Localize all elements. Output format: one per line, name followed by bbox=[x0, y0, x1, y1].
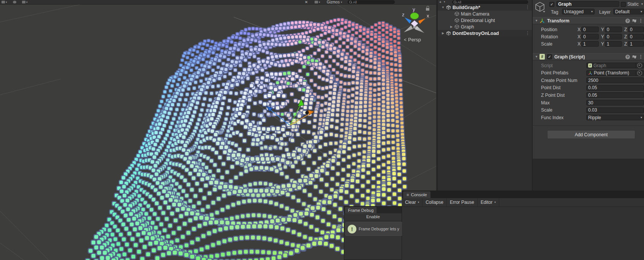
audio-toggle-icon[interactable]: ▾ bbox=[22, 0, 28, 4]
tab-frame-debug[interactable]: Frame Debug bbox=[345, 207, 377, 213]
hierarchy-search-input[interactable]: All bbox=[452, 0, 528, 4]
inspector-panel: ✓ Graph Static ▾ Tag Untagged▾ Layer Def… bbox=[532, 0, 644, 191]
hierarchy-item-buildgraph[interactable]: ▼ BuildGraph*⋮ bbox=[438, 4, 532, 11]
help-icon[interactable]: ? bbox=[625, 55, 630, 59]
expand-arrow-icon[interactable]: ▼ bbox=[441, 6, 445, 9]
tag-dropdown[interactable]: Untagged▾ bbox=[562, 9, 595, 14]
collapse-button[interactable]: Collapse bbox=[422, 198, 447, 206]
field-value: 1 bbox=[630, 41, 633, 47]
icon-caret[interactable] bbox=[543, 11, 545, 13]
expand-arrow-icon[interactable]: ▶ bbox=[441, 32, 445, 35]
transform-header[interactable]: ▼ Transform ? ⋮ bbox=[533, 17, 644, 24]
axis-x-handle[interactable] bbox=[418, 18, 426, 24]
transform-row-position: PositionX0Y0Z0 bbox=[533, 26, 644, 33]
scene-search-input[interactable]: All bbox=[348, 0, 395, 4]
scene-options-kebab-icon[interactable]: ⋮ bbox=[525, 5, 530, 10]
graph-script-header[interactable]: ▼ # ✓ Graph (Script) ? ⋮ bbox=[533, 53, 644, 60]
field-label: Max bbox=[541, 100, 550, 106]
clear-button[interactable]: Clear▾ bbox=[402, 198, 422, 206]
console-log-area[interactable] bbox=[402, 207, 644, 260]
axis-x-label: X bbox=[578, 27, 581, 32]
info-icon: ! bbox=[348, 225, 356, 233]
layer-label: Layer bbox=[599, 9, 611, 15]
scale-y-field[interactable]: 1 bbox=[605, 41, 622, 47]
foldout-arrow-icon[interactable]: ▼ bbox=[535, 19, 538, 22]
point-prefabs-field[interactable]: Point (Transform) bbox=[586, 70, 644, 76]
tools-icon[interactable]: ✕ bbox=[305, 0, 308, 4]
field-value: 0.03 bbox=[588, 107, 597, 113]
axis-y-label: Y bbox=[601, 41, 604, 47]
axis-neg-handle-left[interactable] bbox=[404, 25, 413, 32]
lock-icon[interactable] bbox=[426, 6, 429, 11]
hierarchy-item-main-camera[interactable]: Main Camera bbox=[438, 11, 532, 17]
object-name-field[interactable]: Graph bbox=[556, 1, 619, 7]
move-plane-handle[interactable] bbox=[291, 119, 298, 124]
error-pause-button[interactable]: Error Pause bbox=[447, 198, 478, 206]
dropdown-caret-icon: ▾ bbox=[641, 116, 642, 119]
hierarchy-item-dontdestroyonload[interactable]: ▶ DontDestroyOnLoad⋮ bbox=[438, 30, 532, 36]
position-y-field[interactable]: 0 bbox=[605, 27, 622, 32]
gizmo-cube[interactable] bbox=[411, 20, 418, 27]
axis-z-label: Z bbox=[624, 34, 627, 39]
move-handle-y-arrow[interactable] bbox=[298, 99, 304, 106]
script-field[interactable]: #Graph bbox=[586, 63, 644, 68]
position-z-field[interactable]: 0 bbox=[628, 27, 644, 32]
static-checkbox[interactable] bbox=[621, 2, 626, 7]
expand-arrow-icon[interactable]: ▶ bbox=[449, 25, 454, 28]
move-handle-x-arrow[interactable] bbox=[308, 110, 314, 115]
draw-mode-icon[interactable]: ▾ bbox=[2, 0, 7, 4]
lighting-toggle-icon[interactable] bbox=[13, 0, 17, 4]
z-point-dist-field[interactable]: 0.05 bbox=[586, 92, 644, 98]
point-dist-field[interactable]: 0.05 bbox=[586, 85, 644, 91]
active-checkbox[interactable]: ✓ bbox=[549, 2, 554, 7]
transform-title: Transform bbox=[547, 18, 570, 24]
camera-settings-icon[interactable]: ▾ bbox=[315, 0, 320, 4]
hierarchy-item-graph[interactable]: ▶ Graph bbox=[438, 24, 532, 30]
axis-neg-handle-right[interactable] bbox=[415, 26, 424, 33]
field-value: 0 bbox=[607, 27, 609, 32]
kebab-menu-icon[interactable]: ⋮ bbox=[639, 18, 643, 23]
editor-button[interactable]: Editor▾ bbox=[478, 198, 499, 206]
frame-debug-tab-label: Frame Debug bbox=[348, 208, 373, 213]
rotation-z-field[interactable]: 0 bbox=[628, 34, 644, 39]
gizmos-dropdown[interactable]: Gizmos ▾ bbox=[327, 0, 342, 4]
presets-icon[interactable] bbox=[632, 56, 636, 58]
field-value: 0.05 bbox=[588, 93, 597, 98]
perspective-toggle[interactable]: < Persp bbox=[404, 37, 421, 43]
component-enabled-checkbox[interactable]: ✓ bbox=[547, 54, 552, 59]
object-picker-icon[interactable] bbox=[637, 63, 642, 68]
static-caret-icon[interactable]: ▾ bbox=[641, 2, 643, 6]
move-tool-gizmo[interactable] bbox=[239, 76, 323, 133]
console-tabbar: ≡ Console bbox=[402, 191, 644, 198]
enable-button[interactable]: Enable bbox=[366, 214, 380, 219]
help-icon[interactable]: ? bbox=[625, 19, 630, 23]
frame-debug-toolbar: Enable bbox=[344, 213, 402, 221]
scale-x-field[interactable]: 1 bbox=[581, 41, 599, 47]
create-object-caret-icon[interactable]: ▾ bbox=[444, 0, 445, 3]
scale-z-field[interactable]: 1 bbox=[628, 41, 644, 47]
axis-z-handle[interactable] bbox=[405, 17, 411, 24]
max-field[interactable]: 30 bbox=[586, 100, 644, 106]
add-component-button[interactable]: Add Component bbox=[547, 130, 635, 139]
func-index-dropdown[interactable]: Ripple▾ bbox=[586, 115, 644, 120]
field-label: Z Point Dist bbox=[541, 93, 565, 98]
field-value: Ripple bbox=[588, 115, 601, 120]
create-point-num-field[interactable]: 2500 bbox=[586, 77, 644, 83]
kebab-menu-icon[interactable]: ⋮ bbox=[639, 54, 643, 59]
gameobject-cube-icon bbox=[454, 11, 460, 17]
scene-options-kebab-icon[interactable]: ⋮ bbox=[525, 31, 530, 36]
object-picker-icon[interactable] bbox=[637, 71, 642, 76]
rotation-y-field[interactable]: 0 bbox=[605, 34, 622, 39]
layer-dropdown[interactable]: Default▾ bbox=[613, 9, 644, 14]
axis-y-handle[interactable] bbox=[410, 13, 419, 19]
tab-console[interactable]: ≡ Console bbox=[403, 191, 430, 198]
scale-field[interactable]: 0.03 bbox=[586, 107, 644, 113]
rotation-x-field[interactable]: 0 bbox=[581, 34, 599, 39]
foldout-arrow-icon[interactable]: ▼ bbox=[535, 55, 538, 58]
orientation-gizmo[interactable]: y z x bbox=[396, 4, 434, 40]
field-value: 0 bbox=[583, 27, 586, 32]
presets-icon[interactable] bbox=[632, 20, 636, 22]
create-object-button[interactable]: + bbox=[439, 0, 441, 4]
position-x-field[interactable]: 0 bbox=[581, 27, 599, 32]
hierarchy-item-directional-light[interactable]: Directional Light bbox=[438, 17, 532, 24]
